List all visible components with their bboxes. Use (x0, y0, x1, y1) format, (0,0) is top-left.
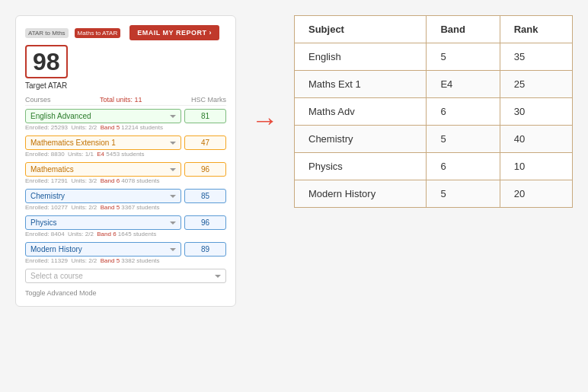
table-cell-rank: 20 (500, 180, 572, 208)
table-cell-subject: Modern History (295, 180, 427, 208)
course-select-2[interactable]: Mathematics (25, 162, 181, 177)
target-atar-label: Target ATAR (25, 81, 226, 90)
courses-label: Courses (25, 96, 51, 104)
course-row: ChemistryEnrolled: 10277 Units: 2/2 Band… (25, 189, 226, 211)
table-cell-subject: Chemistry (295, 126, 427, 153)
table-row: Modern History520 (295, 180, 573, 208)
courses-list: English AdvancedEnrolled: 25293 Units: 2… (25, 109, 226, 264)
course-row: PhysicsEnrolled: 8404 Units: 2/2 Band 6 … (25, 215, 226, 237)
table-cell-band: 5 (427, 43, 500, 71)
table-header-band: Band (427, 16, 500, 43)
table-row: Chemistry540 (295, 126, 573, 153)
course-meta-5: Enrolled: 11329 Units: 2/2 Band 5 3382 s… (25, 257, 226, 264)
marks-input-4[interactable] (184, 215, 226, 230)
table-header-rank: Rank (500, 16, 572, 43)
main-container: ATAR to Mths Maths to ATAR EMAIL MY REPO… (15, 15, 573, 307)
marks-input-2[interactable] (184, 162, 226, 177)
marks-input-5[interactable] (184, 242, 226, 257)
table-row: Maths Ext 1E425 (295, 71, 573, 98)
table-cell-rank: 25 (500, 71, 572, 98)
table-cell-rank: 40 (500, 126, 572, 153)
total-units-label: Total units: 11 (100, 96, 142, 104)
table-header: SubjectBandRank (295, 16, 573, 43)
atar-new-badge: Maths to ATAR (75, 28, 121, 38)
table-cell-band: E4 (427, 71, 500, 98)
courses-header: Courses Total units: 11 HSC Marks (25, 96, 226, 106)
add-course-row: Select a course (25, 269, 226, 283)
table-cell-rank: 35 (500, 43, 572, 71)
table-cell-band: 6 (427, 98, 500, 126)
table-cell-subject: Physics (295, 153, 427, 180)
course-select-5[interactable]: Modern History (25, 242, 181, 257)
table-cell-band: 6 (427, 153, 500, 180)
table-cell-rank: 30 (500, 98, 572, 126)
results-table: SubjectBandRank English535Maths Ext 1E42… (294, 15, 573, 208)
table-cell-band: 5 (427, 180, 500, 208)
course-select-0[interactable]: English Advanced (25, 109, 181, 123)
course-meta-1: Enrolled: 8830 Units: 1/1 E4 5453 studen… (25, 151, 226, 158)
table-cell-subject: Maths Ext 1 (295, 71, 427, 98)
atar-old-badge: ATAR to Mths (25, 28, 69, 38)
course-row: MathematicsEnrolled: 17291 Units: 3/2 Ba… (25, 162, 226, 184)
marks-input-0[interactable] (184, 109, 226, 123)
arrow-icon: → (251, 107, 279, 134)
marks-input-3[interactable] (184, 189, 226, 203)
email-report-button[interactable]: EMAIL MY REPORT › (129, 25, 219, 40)
marks-input-1[interactable] (184, 135, 226, 150)
course-meta-0: Enrolled: 25293 Units: 2/2 Band 5 12214 … (25, 124, 226, 131)
table-row: Maths Adv630 (295, 98, 573, 126)
table-cell-subject: Maths Adv (295, 98, 427, 126)
course-select-3[interactable]: Chemistry (25, 189, 181, 203)
right-panel: SubjectBandRank English535Maths Ext 1E42… (294, 15, 573, 208)
course-row: English AdvancedEnrolled: 25293 Units: 2… (25, 109, 226, 131)
table-header-subject: Subject (295, 16, 427, 43)
table-cell-subject: English (295, 43, 427, 71)
top-bar: ATAR to Mths Maths to ATAR EMAIL MY REPO… (25, 25, 226, 40)
atar-score-box: 98 (25, 45, 226, 78)
course-meta-3: Enrolled: 10277 Units: 2/2 Band 5 3367 s… (25, 204, 226, 211)
course-select-4[interactable]: Physics (25, 215, 181, 230)
table-cell-rank: 10 (500, 153, 572, 180)
course-row: Mathematics Extension 1Enrolled: 8830 Un… (25, 135, 226, 158)
atar-score: 98 (25, 45, 68, 78)
table-body: English535Maths Ext 1E425Maths Adv630Che… (295, 43, 573, 208)
toggle-advanced-mode[interactable]: Toggle Advanced Mode (25, 289, 226, 297)
course-meta-4: Enrolled: 8404 Units: 2/2 Band 6 1645 st… (25, 231, 226, 237)
table-row: English535 (295, 43, 573, 71)
left-panel: ATAR to Mths Maths to ATAR EMAIL MY REPO… (15, 15, 236, 307)
add-course-select[interactable]: Select a course (25, 269, 226, 283)
arrow-container: → (251, 15, 279, 134)
course-meta-2: Enrolled: 17291 Units: 3/2 Band 6 4078 s… (25, 177, 226, 184)
table-cell-band: 5 (427, 126, 500, 153)
hsc-marks-label: HSC Marks (191, 96, 226, 104)
course-row: Modern HistoryEnrolled: 11329 Units: 2/2… (25, 242, 226, 264)
table-row: Physics610 (295, 153, 573, 180)
course-select-1[interactable]: Mathematics Extension 1 (25, 135, 181, 150)
